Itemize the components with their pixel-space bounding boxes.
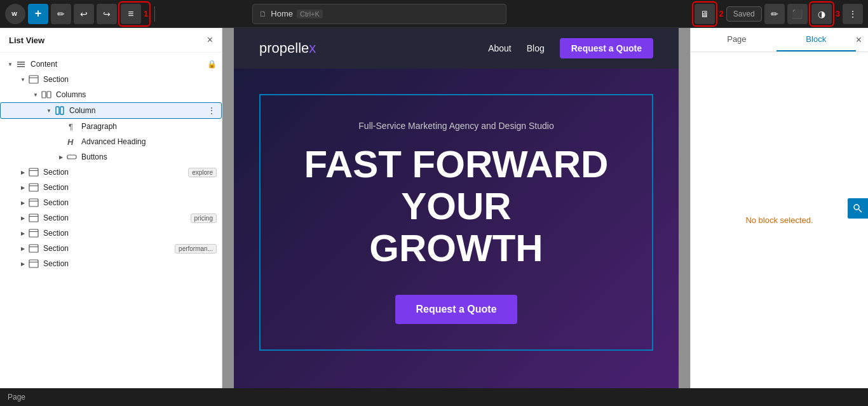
columns-label: Columns <box>56 90 217 99</box>
nav-cta-button[interactable]: Request a Quote <box>560 38 653 58</box>
svg-rect-4 <box>17 66 25 67</box>
more-options-button[interactable]: ⋮ <box>843 4 863 24</box>
right-panel-tabs: Page Block × <box>691 28 868 52</box>
svg-line-29 <box>859 209 862 212</box>
tree-toggle[interactable] <box>5 59 15 69</box>
list-item[interactable]: Section <box>0 256 222 271</box>
svg-rect-18 <box>29 199 38 206</box>
column-icon <box>54 105 65 116</box>
url-bar[interactable]: 🗋 propellex Home Ctrl+K <box>252 4 506 24</box>
paragraph-icon: ¶ <box>66 121 78 132</box>
nav-about[interactable]: About <box>488 43 512 53</box>
columns-icon <box>41 89 52 100</box>
section-icon <box>28 166 39 178</box>
list-item[interactable]: ¶ Paragraph <box>0 119 222 134</box>
list-item[interactable]: Columns <box>0 87 222 102</box>
list-item[interactable]: Section <box>0 180 222 195</box>
hero-subtitle: Full-Service Marketing Agency and Design… <box>286 121 627 131</box>
tree-toggle[interactable] <box>18 198 28 208</box>
pricing-tag: pricing <box>191 213 217 223</box>
list-view-title: List View <box>9 36 44 45</box>
svg-rect-26 <box>29 260 38 267</box>
section-icon <box>28 74 39 85</box>
label-3: 3 <box>836 9 840 18</box>
no-block-message: No block selected. <box>745 215 813 225</box>
undo-button[interactable]: ↩ <box>74 4 94 24</box>
tools-button[interactable]: ✏ <box>764 4 785 24</box>
edit-button[interactable]: ✏ <box>51 4 71 24</box>
tree-toggle <box>56 121 66 132</box>
svg-rect-9 <box>56 107 59 114</box>
right-panel-body: No block selected. <box>691 52 868 388</box>
list-item[interactable]: Section <box>0 195 222 210</box>
wp-logo[interactable]: W <box>5 4 25 24</box>
section-perf-label: Section <box>43 244 171 253</box>
tree-toggle[interactable] <box>18 243 28 254</box>
tab-page[interactable]: Page <box>697 28 776 51</box>
hero-cta-button[interactable]: Request a Quote <box>395 295 517 324</box>
preview-button[interactable]: 🖥 <box>695 4 715 24</box>
list-item[interactable]: Buttons <box>0 149 222 165</box>
right-panel-close-button[interactable]: × <box>856 34 862 46</box>
heading-label: Advanced Heading <box>81 137 217 146</box>
svg-rect-14 <box>29 168 38 176</box>
list-item[interactable]: Section explore <box>0 165 222 180</box>
list-item[interactable]: Section pricing <box>0 210 222 226</box>
right-panel: Page Block × No block selected. <box>690 28 868 388</box>
footer-page-label[interactable]: Page <box>8 393 25 402</box>
svg-point-28 <box>854 205 859 210</box>
site-nav-links: About Blog Request a Quote <box>488 38 653 58</box>
tree-toggle[interactable] <box>56 152 66 162</box>
tree-toggle[interactable] <box>18 259 28 269</box>
svg-rect-2 <box>17 62 25 63</box>
tree-toggle[interactable] <box>31 90 41 100</box>
perf-tag: performan... <box>175 244 217 254</box>
redo-button[interactable]: ↪ <box>97 4 117 24</box>
svg-rect-10 <box>60 107 64 114</box>
list-view-panel: List View × Content 🔒 Section <box>0 28 222 388</box>
tree-toggle[interactable] <box>18 167 28 177</box>
svg-text:¶: ¶ <box>69 122 73 132</box>
tree-toggle[interactable] <box>18 74 28 85</box>
search-icon[interactable] <box>848 198 868 219</box>
lock-icon: 🔒 <box>207 60 217 69</box>
paragraph-label: Paragraph <box>81 122 217 131</box>
separator-1 <box>154 6 155 22</box>
column-menu-button[interactable]: ⋮ <box>207 105 216 116</box>
svg-rect-16 <box>29 184 38 191</box>
tree-toggle[interactable] <box>44 105 54 116</box>
tree-toggle[interactable] <box>18 182 28 193</box>
column-label: Column <box>69 106 205 115</box>
content-label: Content <box>31 60 207 69</box>
svg-rect-20 <box>29 214 38 222</box>
list-item[interactable]: Content 🔒 <box>0 57 222 72</box>
svg-rect-6 <box>29 78 38 78</box>
tab-block[interactable]: Block <box>776 28 856 51</box>
style-toggle-button[interactable]: ◑ <box>811 4 832 24</box>
label-1: 1 <box>144 9 148 18</box>
hero-title: FAST FORWARD YOUR GROWTH <box>286 144 627 269</box>
section-4-label: Section <box>43 229 217 238</box>
list-view-close-button[interactable]: × <box>207 34 213 46</box>
list-item[interactable]: Section performan... <box>0 241 222 256</box>
list-view-button[interactable]: ≡ <box>121 4 141 24</box>
tree-toggle[interactable] <box>18 228 28 238</box>
nav-blog[interactable]: Blog <box>527 43 545 53</box>
hero-box: Full-Service Marketing Agency and Design… <box>259 94 653 351</box>
view-toggle-button[interactable]: ⬛ <box>787 4 808 24</box>
list-item[interactable]: Column ⋮ <box>0 102 222 119</box>
list-item[interactable]: Section <box>0 226 222 241</box>
saved-button[interactable]: Saved <box>726 6 762 22</box>
svg-rect-22 <box>29 229 38 237</box>
svg-rect-19 <box>29 201 38 201</box>
svg-rect-27 <box>29 262 38 262</box>
list-item[interactable]: H Advanced Heading <box>0 134 222 149</box>
add-block-button[interactable]: + <box>28 4 48 24</box>
tree-toggle[interactable] <box>18 213 28 223</box>
list-item[interactable]: Section <box>0 72 222 87</box>
canvas-scroll[interactable]: propellex About Blog Request a Quote Ful… <box>222 28 690 388</box>
top-toolbar: W + ✏ ↩ ↪ ≡ 1 🗋 propellex Home Ctrl+K 🖥 … <box>0 0 868 28</box>
svg-text:H: H <box>67 137 74 147</box>
hero-title-line2: GROWTH <box>369 227 543 269</box>
section-icon <box>28 227 39 239</box>
